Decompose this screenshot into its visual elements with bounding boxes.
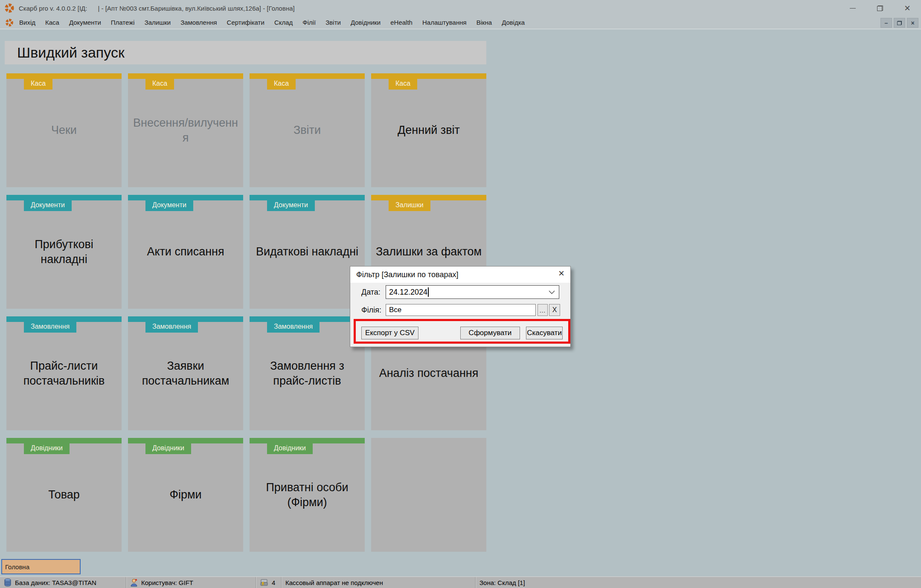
mdi-window-controls: – × [880, 18, 918, 28]
tile-title: Акти списання [128, 195, 243, 309]
branch-clear-button[interactable]: X [549, 304, 560, 316]
status-item: Зона: Склад [1] [476, 577, 921, 588]
database-icon [4, 578, 12, 587]
menu-item-залишки[interactable]: Залишки [145, 19, 171, 26]
dialog-close-icon[interactable]: × [558, 268, 564, 278]
menu-bar: ВихідКасаДокументиПлатежіЗалишкиЗамовлен… [0, 16, 921, 29]
status-bar: База даних: TASA3@TITANКористувач: GIFT4… [0, 576, 921, 588]
tile-title: Замовлення з прайс-листів [250, 316, 365, 430]
tab-home[interactable]: Головна [1, 559, 81, 574]
filter-dialog-titlebar[interactable]: Фільтр [Залишки по товарах] × [350, 266, 570, 283]
tile[interactable]: ДовідникиТовар [6, 438, 122, 552]
filter-dialog: Фільтр [Залишки по товарах] × Дата: 24.1… [350, 266, 571, 347]
menu-item-налаштування[interactable]: Налаштування [422, 19, 467, 26]
date-combo-input[interactable]: 24.12.2024 [386, 285, 559, 299]
tile[interactable]: КасаДенний звіт [371, 73, 486, 187]
status-item: База даних: TASA3@TITAN [0, 577, 126, 588]
page-title: Швидкий запуск [17, 44, 125, 61]
date-field-label: Дата: [361, 288, 381, 297]
menu-item-замовлення[interactable]: Замовлення [180, 19, 217, 26]
tile[interactable]: ДокументиПрибуткові накладні [6, 195, 122, 309]
tile-title: Звіти [250, 73, 365, 187]
app-logo-icon [4, 3, 15, 13]
close-icon[interactable]: × [894, 0, 921, 16]
tile[interactable]: КасаВнесення/вилучення [128, 73, 243, 187]
user-icon [130, 578, 138, 587]
branch-input[interactable]: Все [386, 304, 536, 316]
menu-bar-items: ВихідКасаДокументиПлатежіЗалишкиЗамовлен… [19, 19, 525, 26]
tile-title: Товар [6, 438, 122, 552]
tile-empty [371, 438, 486, 552]
branch-lookup-button[interactable]: … [537, 304, 548, 316]
window-title: Скарб pro v. 4.0.0.2 [ІД: | - [Апт №003 … [19, 5, 295, 12]
app-window: { "window": { "title": "Скарб pro v. 4.0… [0, 0, 921, 588]
date-value: 24.12.2024 [389, 288, 427, 297]
menu-item-платежі[interactable]: Платежі [111, 19, 135, 26]
tile[interactable]: ЗамовленняЗамовлення з прайс-листів [250, 316, 365, 430]
minimize-icon[interactable] [839, 0, 866, 16]
status-item-text: База даних: TASA3@TITAN [15, 579, 96, 586]
text-caret [428, 287, 429, 297]
menu-item-довідники[interactable]: Довідники [351, 19, 381, 26]
export-csv-button[interactable]: Експорт у CSV [361, 327, 418, 339]
tile-title: Внесення/вилучення [128, 73, 243, 187]
chevron-down-icon[interactable] [549, 290, 555, 294]
branch-value: Все [389, 306, 401, 314]
menu-item-філії[interactable]: Філії [302, 19, 316, 26]
tile-title: Приватні особи (Фірми) [250, 438, 365, 552]
tile-title: Заявки постачальникам [128, 316, 243, 430]
tile[interactable]: ДовідникиПриватні особи (Фірми) [250, 438, 365, 552]
tile-title: Прайс-листи постачальників [6, 316, 122, 430]
cash-register-icon [260, 579, 268, 586]
tile[interactable]: КасаЧеки [6, 73, 122, 187]
tile[interactable]: ДокументиВидаткові накладні [250, 195, 365, 309]
status-item: Кассовый аппарат не подключен [282, 577, 476, 588]
tile-title: Денний звіт [371, 73, 486, 187]
tile-title: Видаткові накладні [250, 195, 365, 309]
branch-field-label: Філія: [361, 306, 381, 315]
tile[interactable]: ЗамовленняПрайс-листи постачальників [6, 316, 122, 430]
menu-item-вихід[interactable]: Вихід [19, 19, 35, 26]
status-item-text: 4 [272, 579, 275, 586]
status-item: 4 [256, 577, 282, 588]
menu-item-вікна[interactable]: Вікна [476, 19, 492, 26]
window-controls: × [839, 0, 921, 16]
tile[interactable]: ДовідникиФірми [128, 438, 243, 552]
tab-home-label: Головна [5, 563, 29, 571]
status-item-text: Кассовый аппарат не подключен [285, 579, 383, 586]
quick-launch-header: Швидкий запуск [5, 41, 486, 64]
tile[interactable]: ЗамовленняЗаявки постачальникам [128, 316, 243, 430]
tile[interactable]: КасаЗвіти [250, 73, 365, 187]
mdi-minimize-icon[interactable]: – [880, 18, 892, 28]
mdi-close-icon[interactable]: × [907, 18, 918, 28]
status-item-text: Користувач: GIFT [141, 579, 193, 586]
mdi-child-logo-icon [5, 18, 14, 27]
generate-button[interactable]: Сформувати [460, 327, 520, 339]
restore-icon[interactable] [866, 0, 894, 16]
window-titlebar: Скарб pro v. 4.0.0.2 [ІД: | - [Апт №003 … [0, 0, 921, 16]
tile-title: Прибуткові накладні [6, 195, 122, 309]
filter-dialog-title: Фільтр [Залишки по товарах] [356, 270, 458, 279]
menu-item-склад[interactable]: Склад [274, 19, 293, 26]
tile-title: Фірми [128, 438, 243, 552]
menu-item-звіти[interactable]: Звіти [325, 19, 341, 26]
status-item: Користувач: GIFT [126, 577, 256, 588]
tile-title: Чеки [6, 73, 122, 187]
mdi-restore-icon[interactable] [894, 18, 905, 28]
menu-item-ehealth[interactable]: eHealth [390, 19, 413, 26]
menu-item-сертифікати[interactable]: Сертифікати [227, 19, 264, 26]
menu-item-каса[interactable]: Каса [45, 19, 59, 26]
status-item-text: Зона: Склад [1] [479, 579, 525, 586]
menu-item-довідка[interactable]: Довідка [502, 19, 525, 26]
cancel-button[interactable]: Скасувати [526, 327, 563, 339]
tile[interactable]: ДокументиАкти списання [128, 195, 243, 309]
menu-item-документи[interactable]: Документи [69, 19, 101, 26]
